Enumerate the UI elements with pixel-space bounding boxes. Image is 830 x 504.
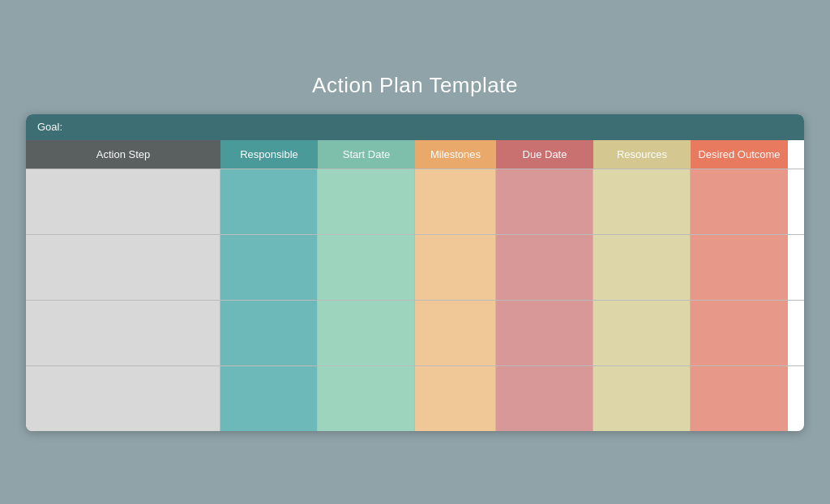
cell-responsible-1[interactable] — [220, 169, 318, 234]
cell-desired-3[interactable] — [691, 301, 788, 365]
cell-milestones-2[interactable] — [415, 235, 496, 300]
cell-desired-1[interactable] — [691, 169, 788, 234]
cell-startdate-2[interactable] — [318, 235, 415, 300]
table-row — [26, 300, 804, 365]
header-resources: Resources — [593, 140, 691, 169]
table-row — [26, 365, 804, 431]
cell-action-2[interactable] — [26, 235, 220, 300]
header-action-step: Action Step — [26, 140, 220, 169]
cell-desired-4[interactable] — [691, 366, 788, 431]
cell-desired-2[interactable] — [691, 235, 788, 300]
table-row — [26, 234, 804, 300]
cell-startdate-3[interactable] — [318, 301, 415, 365]
cell-action-4[interactable] — [26, 366, 220, 431]
cell-milestones-3[interactable] — [415, 301, 496, 365]
page-title: Action Plan Template — [312, 73, 518, 98]
cell-duedate-3[interactable] — [496, 301, 593, 365]
cell-action-3[interactable] — [26, 301, 220, 365]
cell-duedate-4[interactable] — [496, 366, 593, 431]
cell-milestones-4[interactable] — [415, 366, 496, 431]
page-wrapper: Action Plan Template Goal: Action Step R… — [26, 73, 804, 431]
cell-milestones-1[interactable] — [415, 169, 496, 234]
header-start-date: Start Date — [318, 140, 415, 169]
data-rows — [26, 169, 804, 431]
cell-resources-2[interactable] — [593, 235, 691, 300]
header-milestones: Milestones — [415, 140, 496, 169]
table-row — [26, 169, 804, 234]
cell-responsible-2[interactable] — [220, 235, 318, 300]
action-plan-table: Goal: Action Step Responsible Start Date… — [26, 114, 804, 431]
header-row: Action Step Responsible Start Date Miles… — [26, 140, 804, 169]
cell-responsible-4[interactable] — [220, 366, 318, 431]
cell-startdate-1[interactable] — [318, 169, 415, 234]
header-desired-outcome: Desired Outcome — [691, 140, 788, 169]
cell-action-1[interactable] — [26, 169, 220, 234]
cell-resources-4[interactable] — [593, 366, 691, 431]
header-due-date: Due Date — [496, 140, 593, 169]
header-responsible: Responsible — [220, 140, 318, 169]
goal-label: Goal: — [37, 121, 62, 133]
cell-startdate-4[interactable] — [318, 366, 415, 431]
cell-resources-1[interactable] — [593, 169, 691, 234]
cell-responsible-3[interactable] — [220, 301, 318, 365]
goal-row: Goal: — [26, 114, 804, 140]
cell-duedate-1[interactable] — [496, 169, 593, 234]
cell-duedate-2[interactable] — [496, 235, 593, 300]
cell-resources-3[interactable] — [593, 301, 691, 365]
